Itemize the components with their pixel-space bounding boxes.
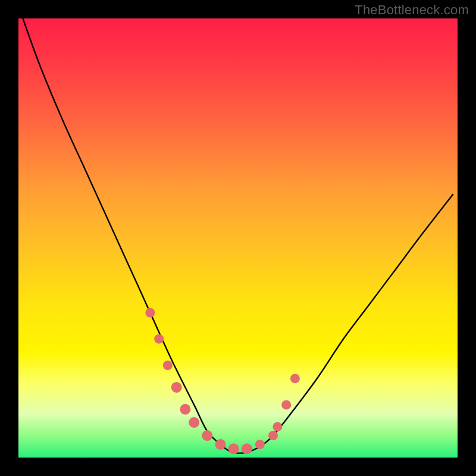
marker-dot bbox=[154, 334, 164, 344]
bottleneck-curve bbox=[23, 18, 453, 453]
chart-frame: TheBottleneck.com bbox=[0, 0, 476, 476]
marker-dot bbox=[180, 404, 190, 415]
marker-dot bbox=[189, 417, 199, 428]
marker-dot bbox=[171, 382, 182, 393]
marker-dot bbox=[242, 443, 252, 454]
marker-dot bbox=[145, 308, 155, 318]
marker-dot bbox=[290, 374, 300, 383]
plot-area bbox=[18, 18, 458, 458]
marker-dot bbox=[215, 439, 226, 450]
marker-dot bbox=[255, 440, 265, 449]
watermark-text: TheBottleneck.com bbox=[355, 2, 469, 18]
marker-dot bbox=[163, 361, 173, 370]
marker-dot bbox=[281, 400, 291, 409]
marker-dot bbox=[268, 431, 278, 440]
marker-dot bbox=[273, 422, 282, 431]
chart-svg bbox=[18, 18, 458, 458]
marker-dot bbox=[228, 443, 239, 454]
marker-dot bbox=[202, 430, 212, 441]
